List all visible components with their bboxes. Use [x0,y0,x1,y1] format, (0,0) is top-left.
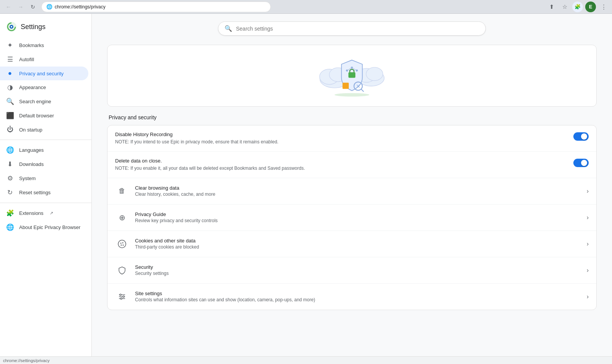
site-settings-title: Site settings [135,291,587,296]
site-icon: 🌐 [46,4,52,10]
sidebar-title: Settings [21,23,46,31]
site-settings-chevron: › [587,293,589,300]
search-engine-icon: 🔍 [6,98,14,106]
external-link-icon: ↗ [50,211,53,216]
svg-point-30 [123,296,124,297]
sidebar: Settings ✦ Bookmarks ☰ Autofill ● Privac… [0,14,92,356]
sidebar-item-appearance[interactable]: ◑ Appearance [0,80,88,94]
clear-browsing-text: Clear browsing data Clear history, cooki… [135,185,587,197]
sidebar-item-system[interactable]: ⚙ System [0,171,88,185]
back-button[interactable]: ← [3,2,14,12]
security-row[interactable]: Security Security settings › [107,257,596,284]
svg-point-22 [120,242,122,244]
privacy-guide-row[interactable]: ⊕ Privacy Guide Review key privacy and s… [107,205,596,231]
privacy-guide-icon: ⊕ [115,211,129,224]
sidebar-section-advanced: 🌐 Languages ⬇ Downloads ⚙ System ↻ Reset… [0,143,91,200]
sidebar-item-on-startup[interactable]: ⏻ On startup [0,123,88,136]
upload-icon[interactable]: ⬆ [546,2,557,12]
clear-browsing-row[interactable]: 🗑 Clear browsing data Clear history, coo… [107,178,596,205]
svg-point-20 [335,93,369,96]
sidebar-item-about-label: About Epic Privacy Browser [19,224,80,230]
autofill-icon: ☰ [6,55,14,63]
star-icon[interactable]: ☆ [559,2,570,12]
security-title: Security [135,264,587,270]
sidebar-item-languages-label: Languages [19,147,44,153]
svg-point-10 [346,70,348,72]
about-icon: 🌐 [6,223,14,231]
disable-history-title: Disable History Recording [115,132,567,137]
svg-point-31 [120,298,122,299]
hero-illustration [314,53,390,99]
site-settings-text: Site settings Controls what information … [135,291,587,302]
sidebar-item-about[interactable]: 🌐 About Epic Privacy Browser [0,220,88,234]
privacy-guide-title: Privacy Guide [135,211,587,217]
svg-line-17 [361,89,364,92]
cookies-title: Cookies and other site data [135,238,587,244]
cookies-row[interactable]: Cookies and other site data Third-party … [107,231,596,257]
refresh-button[interactable]: ↻ [28,2,38,12]
url-text: chrome://settings/privacy [55,4,106,10]
toolbar-icons: ⬆ ☆ 🧩 E ⋮ [546,2,609,12]
extensions-icon: 🧩 [6,209,14,217]
sidebar-item-search-engine[interactable]: 🔍 Search engine [0,94,88,109]
disable-history-desc: NOTE: If you intend to use Epic in priva… [115,139,567,145]
sidebar-item-languages[interactable]: 🌐 Languages [0,143,88,157]
sidebar-header: Settings [0,17,91,38]
status-text: chrome://settings/privacy [3,358,50,363]
sidebar-item-autofill[interactable]: ☰ Autofill [0,52,88,67]
svg-point-8 [366,67,383,81]
security-text: Security Security settings [135,264,587,276]
main-content: 🔍 [92,14,612,356]
delete-on-close-desc: NOTE: If you enable it, all your data wi… [115,165,567,172]
svg-rect-9 [348,72,355,78]
sidebar-item-bookmarks[interactable]: ✦ Bookmarks [0,38,88,52]
sidebar-item-default-browser-label: Default browser [19,113,54,119]
sidebar-section-extra: 🧩 Extensions ↗ 🌐 About Epic Privacy Brow… [0,206,91,234]
default-browser-icon: ⬛ [6,112,14,120]
sidebar-item-extensions-label: Extensions [19,210,44,216]
delete-on-close-row[interactable]: Delete data on close. NOTE: If you enabl… [107,152,596,178]
search-bar[interactable]: 🔍 [218,21,486,36]
hero-card [107,45,597,107]
site-settings-row[interactable]: Site settings Controls what information … [107,284,596,310]
profile-icon[interactable]: E [585,2,596,12]
disable-history-text: Disable History Recording NOTE: If you i… [115,132,567,145]
menu-icon[interactable]: ⋮ [598,2,609,12]
extensions-toolbar-icon[interactable]: 🧩 [572,2,583,12]
sidebar-item-privacy[interactable]: ● Privacy and security [0,67,88,80]
sidebar-item-system-label: System [19,176,36,181]
privacy-guide-desc: Review key privacy and security controls [135,218,587,223]
svg-point-12 [356,70,358,72]
sidebar-item-extensions[interactable]: 🧩 Extensions ↗ [0,206,88,220]
app-layout: Settings ✦ Bookmarks ☰ Autofill ● Privac… [0,14,612,356]
cookies-desc: Third-party cookies are blocked [135,244,587,250]
sidebar-item-reset-settings[interactable]: ↻ Reset settings [0,185,88,200]
clear-browsing-chevron: › [587,188,589,195]
sidebar-divider-2 [0,203,91,203]
delete-on-close-toggle[interactable] [573,159,589,167]
sidebar-divider-1 [0,140,91,140]
sidebar-item-autofill-label: Autofill [19,57,34,62]
nav-buttons: ← → ↻ [3,2,38,12]
settings-card: Disable History Recording NOTE: If you i… [107,125,597,310]
disable-history-row[interactable]: Disable History Recording NOTE: If you i… [107,125,596,152]
clear-browsing-icon: 🗑 [115,184,129,198]
security-icon [115,263,129,277]
address-bar[interactable]: 🌐 chrome://settings/privacy [41,2,271,12]
system-icon: ⚙ [6,174,14,182]
site-settings-icon [115,290,129,304]
sidebar-item-on-startup-label: On startup [19,127,42,133]
svg-rect-15 [342,83,348,89]
forward-button[interactable]: → [15,2,26,12]
sidebar-item-default-browser[interactable]: ⬛ Default browser [0,109,88,123]
sidebar-item-downloads-label: Downloads [19,161,44,167]
bookmarks-icon: ✦ [6,41,14,49]
disable-history-toggle[interactable] [573,132,589,141]
cookies-chevron: › [587,240,589,247]
svg-point-21 [118,240,126,248]
sidebar-logo [6,21,17,32]
sidebar-item-downloads[interactable]: ⬇ Downloads [0,157,88,171]
browser-chrome: ← → ↻ 🌐 chrome://settings/privacy ⬆ ☆ 🧩 … [0,0,612,14]
search-input[interactable] [236,26,479,32]
security-chevron: › [587,267,589,274]
